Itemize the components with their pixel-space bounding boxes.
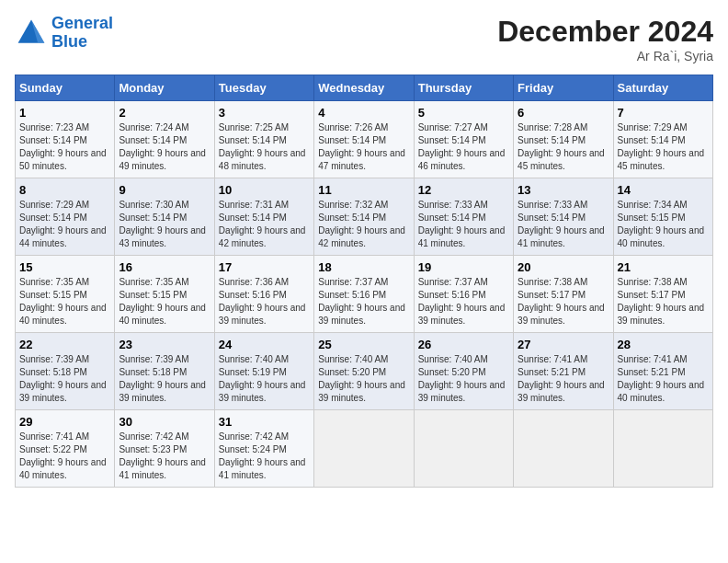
logo-line2: Blue	[51, 33, 113, 52]
day-detail: Sunrise: 7:26 AMSunset: 5:14 PMDaylight:…	[318, 122, 405, 171]
day-detail: Sunrise: 7:40 AMSunset: 5:20 PMDaylight:…	[418, 354, 506, 403]
day-detail: Sunrise: 7:36 AMSunset: 5:16 PMDaylight:…	[219, 277, 306, 326]
calendar-cell: 29Sunrise: 7:41 AMSunset: 5:22 PMDayligh…	[16, 410, 115, 488]
weekday-header-thursday: Thursday	[414, 75, 513, 101]
day-detail: Sunrise: 7:42 AMSunset: 5:24 PMDaylight:…	[219, 431, 306, 480]
day-number: 11	[318, 183, 409, 197]
calendar-cell: 24Sunrise: 7:40 AMSunset: 5:19 PMDayligh…	[214, 333, 313, 410]
day-detail: Sunrise: 7:31 AMSunset: 5:14 PMDaylight:…	[219, 200, 306, 248]
day-detail: Sunrise: 7:32 AMSunset: 5:14 PMDaylight:…	[318, 200, 405, 248]
weekday-header-sunday: Sunday	[16, 75, 115, 101]
day-detail: Sunrise: 7:41 AMSunset: 5:21 PMDaylight:…	[518, 354, 605, 403]
calendar-cell: 28Sunrise: 7:41 AMSunset: 5:21 PMDayligh…	[613, 333, 712, 410]
day-number: 21	[618, 260, 709, 274]
calendar-cell: 16Sunrise: 7:35 AMSunset: 5:15 PMDayligh…	[115, 256, 214, 333]
calendar-cell: 17Sunrise: 7:36 AMSunset: 5:16 PMDayligh…	[214, 256, 313, 333]
calendar-cell: 5Sunrise: 7:27 AMSunset: 5:14 PMDaylight…	[414, 101, 513, 178]
calendar-week-5: 29Sunrise: 7:41 AMSunset: 5:22 PMDayligh…	[16, 410, 713, 488]
day-detail: Sunrise: 7:41 AMSunset: 5:22 PMDaylight:…	[19, 431, 107, 480]
logo: General Blue	[15, 15, 113, 52]
day-number: 24	[219, 338, 310, 351]
day-number: 8	[19, 183, 110, 197]
day-detail: Sunrise: 7:39 AMSunset: 5:18 PMDaylight:…	[119, 354, 206, 403]
calendar-cell: 10Sunrise: 7:31 AMSunset: 5:14 PMDayligh…	[214, 178, 313, 256]
calendar-cell: 4Sunrise: 7:26 AMSunset: 5:14 PMDaylight…	[314, 101, 414, 178]
day-detail: Sunrise: 7:27 AMSunset: 5:14 PMDaylight:…	[418, 122, 506, 171]
calendar-cell: 18Sunrise: 7:37 AMSunset: 5:16 PMDayligh…	[314, 256, 414, 333]
day-detail: Sunrise: 7:33 AMSunset: 5:14 PMDaylight:…	[518, 200, 605, 248]
calendar-cell: 9Sunrise: 7:30 AMSunset: 5:14 PMDaylight…	[115, 178, 214, 256]
day-detail: Sunrise: 7:29 AMSunset: 5:14 PMDaylight:…	[618, 122, 705, 171]
day-number: 29	[19, 415, 110, 429]
month-title: December 2024	[497, 15, 713, 49]
weekday-header-saturday: Saturday	[613, 75, 712, 101]
weekday-header-friday: Friday	[514, 75, 613, 101]
day-detail: Sunrise: 7:42 AMSunset: 5:23 PMDaylight:…	[119, 431, 206, 480]
logo-icon	[15, 17, 48, 50]
calendar-table: SundayMondayTuesdayWednesdayThursdayFrid…	[15, 75, 713, 488]
day-detail: Sunrise: 7:23 AMSunset: 5:14 PMDaylight:…	[19, 122, 107, 171]
day-detail: Sunrise: 7:37 AMSunset: 5:16 PMDaylight:…	[418, 277, 506, 326]
day-detail: Sunrise: 7:35 AMSunset: 5:15 PMDaylight:…	[119, 277, 206, 326]
calendar-cell: 27Sunrise: 7:41 AMSunset: 5:21 PMDayligh…	[514, 333, 613, 410]
page-header: General Blue December 2024 Ar Ra`i, Syri…	[15, 15, 713, 63]
day-detail: Sunrise: 7:33 AMSunset: 5:14 PMDaylight:…	[418, 200, 506, 248]
day-detail: Sunrise: 7:39 AMSunset: 5:18 PMDaylight:…	[19, 354, 107, 403]
day-number: 7	[618, 106, 709, 120]
day-number: 13	[518, 183, 609, 197]
day-number: 10	[219, 183, 310, 197]
calendar-week-1: 1Sunrise: 7:23 AMSunset: 5:14 PMDaylight…	[16, 101, 713, 178]
calendar-cell: 30Sunrise: 7:42 AMSunset: 5:23 PMDayligh…	[115, 410, 214, 488]
day-number: 5	[418, 106, 509, 120]
location: Ar Ra`i, Syria	[497, 49, 713, 63]
calendar-cell: 2Sunrise: 7:24 AMSunset: 5:14 PMDaylight…	[115, 101, 214, 178]
calendar-cell: 3Sunrise: 7:25 AMSunset: 5:14 PMDaylight…	[214, 101, 313, 178]
title-block: December 2024 Ar Ra`i, Syria	[497, 15, 713, 63]
calendar-cell: 15Sunrise: 7:35 AMSunset: 5:15 PMDayligh…	[16, 256, 115, 333]
calendar-cell	[514, 410, 613, 488]
day-number: 4	[318, 106, 409, 120]
day-number: 16	[119, 260, 210, 274]
calendar-week-2: 8Sunrise: 7:29 AMSunset: 5:14 PMDaylight…	[16, 178, 713, 256]
day-detail: Sunrise: 7:30 AMSunset: 5:14 PMDaylight:…	[119, 200, 206, 248]
day-number: 17	[219, 260, 310, 274]
calendar-cell: 25Sunrise: 7:40 AMSunset: 5:20 PMDayligh…	[314, 333, 414, 410]
calendar-cell: 13Sunrise: 7:33 AMSunset: 5:14 PMDayligh…	[514, 178, 613, 256]
day-number: 22	[19, 338, 110, 351]
weekday-header-row: SundayMondayTuesdayWednesdayThursdayFrid…	[16, 75, 713, 101]
weekday-header-monday: Monday	[115, 75, 214, 101]
day-number: 27	[518, 338, 609, 351]
day-detail: Sunrise: 7:38 AMSunset: 5:17 PMDaylight:…	[618, 277, 705, 326]
calendar-cell: 8Sunrise: 7:29 AMSunset: 5:14 PMDaylight…	[16, 178, 115, 256]
calendar-cell	[414, 410, 513, 488]
calendar-cell: 23Sunrise: 7:39 AMSunset: 5:18 PMDayligh…	[115, 333, 214, 410]
day-number: 25	[318, 338, 409, 351]
day-detail: Sunrise: 7:28 AMSunset: 5:14 PMDaylight:…	[518, 122, 605, 171]
day-number: 26	[418, 338, 509, 351]
logo-line1: General	[51, 15, 113, 33]
calendar-cell: 1Sunrise: 7:23 AMSunset: 5:14 PMDaylight…	[16, 101, 115, 178]
day-detail: Sunrise: 7:37 AMSunset: 5:16 PMDaylight:…	[318, 277, 405, 326]
calendar-cell: 26Sunrise: 7:40 AMSunset: 5:20 PMDayligh…	[414, 333, 513, 410]
day-detail: Sunrise: 7:40 AMSunset: 5:19 PMDaylight:…	[219, 354, 306, 403]
day-number: 3	[219, 106, 310, 120]
day-detail: Sunrise: 7:41 AMSunset: 5:21 PMDaylight:…	[618, 354, 705, 403]
day-detail: Sunrise: 7:25 AMSunset: 5:14 PMDaylight:…	[219, 122, 306, 171]
calendar-cell: 14Sunrise: 7:34 AMSunset: 5:15 PMDayligh…	[613, 178, 712, 256]
day-detail: Sunrise: 7:34 AMSunset: 5:15 PMDaylight:…	[618, 200, 705, 248]
calendar-cell: 7Sunrise: 7:29 AMSunset: 5:14 PMDaylight…	[613, 101, 712, 178]
calendar-cell	[314, 410, 414, 488]
weekday-header-tuesday: Tuesday	[214, 75, 313, 101]
calendar-cell	[613, 410, 712, 488]
weekday-header-wednesday: Wednesday	[314, 75, 414, 101]
calendar-cell: 20Sunrise: 7:38 AMSunset: 5:17 PMDayligh…	[514, 256, 613, 333]
calendar-cell: 12Sunrise: 7:33 AMSunset: 5:14 PMDayligh…	[414, 178, 513, 256]
day-detail: Sunrise: 7:38 AMSunset: 5:17 PMDaylight:…	[518, 277, 605, 326]
day-number: 9	[119, 183, 210, 197]
day-number: 2	[119, 106, 210, 120]
calendar-week-3: 15Sunrise: 7:35 AMSunset: 5:15 PMDayligh…	[16, 256, 713, 333]
calendar-cell: 31Sunrise: 7:42 AMSunset: 5:24 PMDayligh…	[214, 410, 313, 488]
day-detail: Sunrise: 7:40 AMSunset: 5:20 PMDaylight:…	[318, 354, 405, 403]
calendar-cell: 19Sunrise: 7:37 AMSunset: 5:16 PMDayligh…	[414, 256, 513, 333]
day-detail: Sunrise: 7:35 AMSunset: 5:15 PMDaylight:…	[19, 277, 107, 326]
